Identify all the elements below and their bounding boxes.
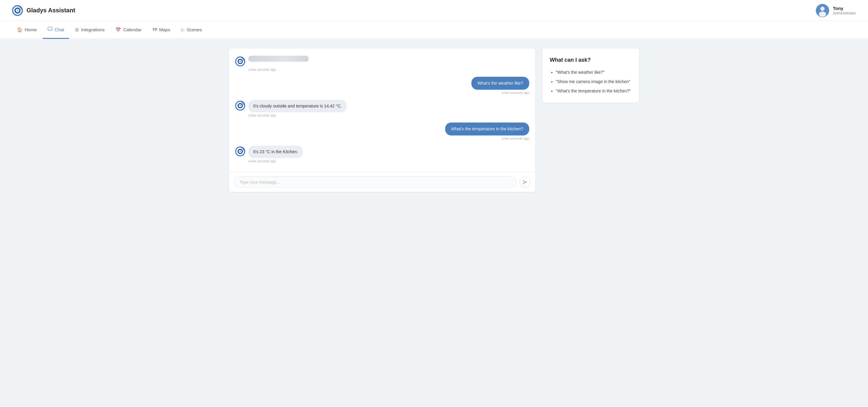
chat-input-area	[229, 172, 535, 192]
user-profile[interactable]: Tony Administrator	[816, 4, 856, 17]
bot-message-wrap	[235, 56, 309, 67]
nav-label-calendar: Calendar	[123, 27, 142, 32]
header: Gladys Assistant Tony Administrator	[0, 0, 868, 21]
svg-rect-6	[48, 27, 52, 30]
nav-label-scenes: Scenes	[187, 27, 202, 32]
msg-time: a few seconds ago	[248, 68, 276, 71]
msg-time: a few seconds ago	[248, 159, 276, 163]
logo-area: Gladys Assistant	[12, 5, 75, 16]
user-bubble: What's the temperature in the kitchen?	[445, 123, 529, 135]
avatar	[816, 4, 829, 17]
list-item: "What's the temperature in the kitchen?"	[556, 88, 632, 94]
send-button[interactable]	[520, 177, 530, 188]
nav-item-scenes[interactable]: ▷ Scenes	[176, 22, 207, 39]
home-icon: 🏠	[17, 27, 23, 33]
send-icon	[522, 179, 528, 185]
user-info: Tony Administrator	[833, 6, 856, 15]
avatar-image	[816, 4, 829, 17]
message-row: a few seconds ago	[235, 56, 529, 71]
nav-label-maps: Maps	[159, 27, 170, 32]
nav-label-home: Home	[25, 27, 37, 32]
list-item: "What's the weather like?"	[556, 69, 632, 75]
info-panel: What can I ask? "What's the weather like…	[542, 48, 639, 103]
message-row: What's the temperature in the kitchen? a…	[235, 123, 529, 140]
nav-item-integrations[interactable]: ⊞ Integrations	[70, 22, 110, 39]
scenes-icon: ▷	[181, 27, 185, 33]
nav-item-maps[interactable]: 🗺 Maps	[148, 22, 175, 38]
info-list: "What's the weather like?" "Show me came…	[550, 69, 632, 94]
svg-point-2	[17, 10, 18, 11]
chat-icon	[48, 27, 53, 33]
integrations-icon: ⊞	[75, 27, 79, 33]
svg-point-4	[820, 7, 825, 11]
svg-point-5	[819, 11, 826, 17]
info-panel-title: What can I ask?	[550, 57, 632, 63]
maps-icon: 🗺	[153, 27, 157, 32]
chat-input[interactable]	[234, 176, 517, 188]
gladys-logo-icon	[12, 5, 23, 16]
nav-label-integrations: Integrations	[81, 27, 104, 32]
bot-avatar	[235, 56, 245, 67]
bot-message-wrap: It's cloudy outside and temperature is 1…	[235, 100, 347, 112]
msg-time: a few seconds ago	[248, 113, 276, 117]
main-content: a few seconds ago What's the weather lik…	[217, 39, 651, 202]
bot-avatar	[235, 146, 245, 157]
msg-time: a few seconds ago	[501, 91, 529, 95]
main-nav: 🏠 Home Chat ⊞ Integrations 📅 Calendar 🗺 …	[0, 21, 868, 39]
bot-message-wrap: It's 23 °C in the Kitchen.	[235, 146, 303, 158]
message-row: What's the weather like? a few seconds a…	[235, 77, 529, 95]
chat-messages: a few seconds ago What's the weather lik…	[229, 48, 535, 172]
msg-time: a few seconds ago	[501, 137, 529, 140]
bot-bubble: It's 23 °C in the Kitchen.	[248, 146, 303, 158]
chat-panel: a few seconds ago What's the weather lik…	[229, 48, 535, 192]
user-name: Tony	[833, 6, 856, 11]
message-row: It's cloudy outside and temperature is 1…	[235, 100, 529, 117]
nav-item-calendar[interactable]: 📅 Calendar	[111, 22, 147, 39]
nav-item-home[interactable]: 🏠 Home	[12, 22, 41, 39]
nav-item-chat[interactable]: Chat	[43, 21, 69, 39]
calendar-icon: 📅	[116, 27, 121, 33]
svg-point-12	[240, 105, 241, 106]
svg-point-15	[240, 151, 241, 152]
bot-bubble-redacted	[248, 56, 309, 62]
bot-avatar	[235, 101, 245, 111]
user-role: Administrator	[833, 11, 856, 15]
svg-point-9	[240, 61, 241, 62]
app-title: Gladys Assistant	[27, 7, 75, 14]
bot-bubble: It's cloudy outside and temperature is 1…	[248, 100, 347, 112]
nav-label-chat: Chat	[55, 27, 64, 32]
user-bubble: What's the weather like?	[471, 77, 529, 90]
list-item: "Show me camera image in the kitchen"	[556, 78, 632, 85]
message-row: It's 23 °C in the Kitchen. a few seconds…	[235, 146, 529, 163]
